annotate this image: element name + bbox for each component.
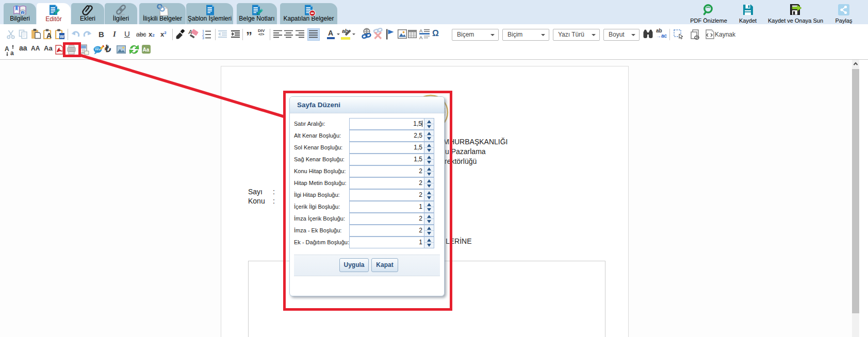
- svg-text:A: A: [419, 35, 423, 40]
- svg-text:A: A: [419, 28, 423, 33]
